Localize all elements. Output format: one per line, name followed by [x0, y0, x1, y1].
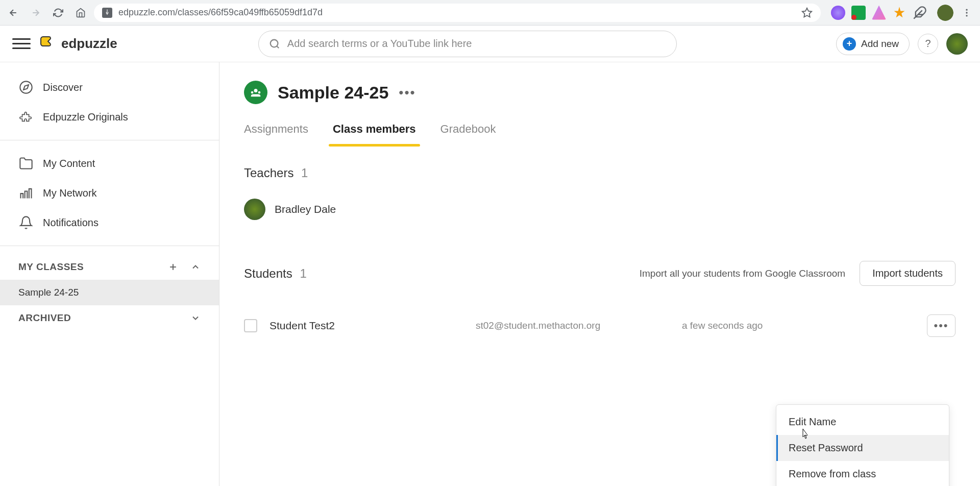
section-label: ARCHIVED: [18, 312, 71, 324]
puzzle-icon: [18, 109, 34, 125]
logo-text: edpuzzle: [61, 36, 117, 52]
students-heading: Students 1: [244, 266, 307, 281]
student-menu-button[interactable]: •••: [927, 314, 955, 337]
browser-menu-icon[interactable]: [958, 4, 976, 22]
extensions-menu-icon[interactable]: [913, 6, 927, 20]
bell-icon: [18, 215, 34, 230]
search-input[interactable]: Add search terms or a YouTube link here: [258, 31, 677, 57]
class-title: Sample 24-25: [278, 83, 388, 103]
browser-profile-avatar[interactable]: [937, 5, 953, 21]
add-class-icon[interactable]: [168, 262, 178, 272]
sidebar-section-my-classes[interactable]: MY CLASSES: [0, 254, 219, 280]
tab-assignments[interactable]: Assignments: [244, 123, 308, 145]
tabs: Assignments Class members Gradebook: [244, 123, 955, 145]
class-menu-button[interactable]: •••: [399, 85, 415, 101]
svg-point-8: [254, 89, 258, 92]
sidebar-label: Discover: [43, 82, 83, 93]
sidebar: Discover Edpuzzle Originals My Content M…: [0, 62, 219, 486]
add-new-label: Add new: [861, 38, 899, 50]
tab-class-members[interactable]: Class members: [333, 123, 416, 145]
import-students-button[interactable]: Import students: [860, 261, 955, 286]
svg-point-5: [271, 39, 278, 47]
students-count: 1: [300, 266, 306, 280]
svg-point-4: [966, 15, 967, 16]
svg-marker-7: [23, 85, 29, 90]
student-email: st02@student.methacton.org: [476, 320, 670, 331]
compass-icon: [18, 80, 34, 95]
extension-icon-3[interactable]: [872, 6, 886, 20]
student-checkbox[interactable]: [244, 319, 257, 332]
dropdown-edit-name[interactable]: Edit Name: [776, 409, 949, 435]
plus-icon: +: [843, 37, 856, 51]
sidebar-item-discover[interactable]: Discover: [0, 72, 219, 102]
student-name[interactable]: Student Test2: [270, 320, 463, 332]
reload-button[interactable]: [49, 4, 67, 22]
back-button[interactable]: [4, 4, 22, 22]
site-settings-icon[interactable]: [102, 8, 112, 18]
sidebar-item-notifications[interactable]: Notifications: [0, 208, 219, 237]
extensions-area: [825, 6, 933, 20]
google-classroom-icon: [244, 81, 267, 104]
url-bar[interactable]: edpuzzle.com/classes/66f59ca049ffb65059d…: [94, 4, 821, 22]
user-avatar[interactable]: [946, 33, 968, 55]
student-row: Student Test2 st02@student.methacton.org…: [244, 306, 955, 345]
extension-icon-4[interactable]: [892, 6, 906, 20]
sidebar-label: Notifications: [43, 217, 99, 229]
section-label: MY CLASSES: [18, 261, 84, 273]
search-placeholder: Add search terms or a YouTube link here: [287, 38, 472, 50]
menu-toggle-button[interactable]: [12, 35, 31, 53]
svg-point-9: [251, 91, 254, 94]
teachers-heading: Teachers 1: [244, 166, 955, 180]
folder-icon: [18, 156, 34, 171]
class-header: Sample 24-25 •••: [244, 81, 955, 104]
teacher-name: Bradley Dale: [275, 203, 336, 215]
import-hint-text: Import all your students from Google Cla…: [640, 268, 845, 279]
teachers-count: 1: [301, 166, 308, 180]
chevron-down-icon[interactable]: [190, 313, 201, 323]
sidebar-label: My Network: [43, 187, 97, 199]
bookmark-icon[interactable]: [801, 7, 813, 18]
chevron-up-icon[interactable]: [190, 262, 201, 272]
teacher-avatar: [244, 199, 265, 220]
url-text: edpuzzle.com/classes/66f59ca049ffb65059d…: [118, 7, 323, 18]
dropdown-reset-password[interactable]: Reset Password: [776, 435, 949, 461]
sidebar-item-my-content[interactable]: My Content: [0, 149, 219, 178]
svg-point-10: [258, 91, 261, 94]
edpuzzle-logo-icon: [39, 35, 57, 53]
sidebar-section-archived[interactable]: ARCHIVED: [0, 305, 219, 331]
class-name: Sample 24-25: [18, 287, 79, 298]
forward-button[interactable]: [27, 4, 45, 22]
add-new-button[interactable]: + Add new: [836, 33, 910, 55]
extension-icon-2[interactable]: [851, 6, 866, 20]
browser-toolbar: edpuzzle.com/classes/66f59ca049ffb65059d…: [0, 0, 980, 26]
network-icon: [18, 185, 34, 201]
svg-point-6: [20, 81, 32, 93]
sidebar-label: My Content: [43, 158, 95, 169]
student-actions-dropdown: Edit Name Reset Password Remove from cla…: [776, 404, 949, 486]
search-icon: [269, 38, 280, 50]
main-content: Sample 24-25 ••• Assignments Class membe…: [219, 62, 980, 486]
logo[interactable]: edpuzzle: [39, 35, 117, 53]
students-header: Students 1 Import all your students from…: [244, 261, 955, 286]
teacher-row: Bradley Dale: [244, 199, 955, 220]
tab-gradebook[interactable]: Gradebook: [440, 123, 496, 145]
extension-icon-1[interactable]: [831, 6, 845, 20]
student-last-seen: a few seconds ago: [682, 320, 825, 331]
sidebar-item-my-network[interactable]: My Network: [0, 178, 219, 208]
app-header: edpuzzle Add search terms or a YouTube l…: [0, 26, 980, 62]
sidebar-item-originals[interactable]: Edpuzzle Originals: [0, 102, 219, 132]
home-button[interactable]: [71, 4, 90, 22]
sidebar-class-item[interactable]: Sample 24-25: [0, 280, 219, 305]
svg-point-3: [966, 12, 967, 13]
svg-marker-1: [802, 8, 812, 16]
svg-point-2: [966, 9, 967, 10]
dropdown-remove-from-class[interactable]: Remove from class: [776, 461, 949, 486]
sidebar-label: Edpuzzle Originals: [43, 111, 128, 123]
help-button[interactable]: ?: [918, 34, 938, 54]
